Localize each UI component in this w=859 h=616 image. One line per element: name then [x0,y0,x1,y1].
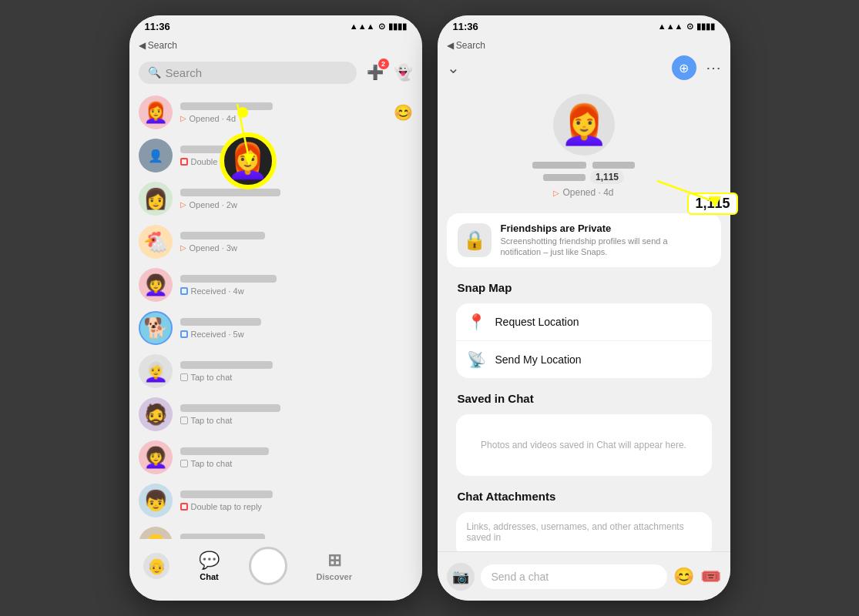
snap-arrow: ▷ [180,243,186,252]
avatar: 👦 [139,484,173,517]
more-options-icon[interactable]: ⋯ [706,59,721,77]
chat-indicator [180,417,188,424]
score-row: 1,115 [543,170,624,184]
profile-display-name [532,162,586,169]
snap-map-card: 📍 Request Location 📡 Send My Location [456,303,712,378]
chat-info: Tap to chat [180,447,413,468]
reply-indicator [180,503,188,511]
avatar: 🧔 [139,397,173,431]
chat-item[interactable]: 👦 Double tap to reply [129,479,422,522]
status-bar-right: 11:36 ▲▲▲ ⊙ ▮▮▮▮ [438,15,730,37]
privacy-card: 🔒 Friendships are Private Screenshotting… [447,213,721,267]
bitmoji-button[interactable]: ⊕ [672,55,696,80]
avatar-wrap: 👩‍🦰 [139,95,173,129]
chat-status: Double tap to reply [180,502,413,511]
chat-item[interactable]: 👩 ▷ Opened · 2w [129,177,422,220]
chat-info: ▷ Opened · 4d [180,102,413,123]
avatar-wrap: 👩‍🦳 [139,354,173,388]
chat-input-field[interactable]: Send a chat [481,564,667,589]
chat-item[interactable]: 👩‍🦱 Received · 4w [129,263,422,306]
chat-item[interactable]: 🧔 Tap to chat [129,393,422,436]
chat-status: Tap to chat [180,459,413,468]
avatar-wrap: 👩‍🦱 [139,268,173,302]
chat-item[interactable]: 👩‍🦰 ▷ Opened · 4d 😊 [129,91,422,134]
chat-info: Double tap to reply [180,146,413,166]
saved-chat-section: Saved in Chat Photos and videos saved in… [438,384,730,476]
avatar-wrap: 🐕 [139,311,173,345]
nav-profile[interactable]: 👴 [143,553,169,579]
chat-header: ◀ Search [129,37,422,57]
reply-indicator [180,158,188,166]
profile-header-top: ⌄ ⊕ ⋯ [447,54,721,82]
profile-header: ◀ Search ⌄ ⊕ ⋯ [438,37,730,88]
avatar: 👩‍🦱 [139,440,173,474]
avatar: 👩‍🦰 [139,95,173,129]
avatar: 👩 [139,182,173,216]
chat-info: ▷ Opened · 2w [180,189,413,209]
score-container: 1,115 [543,170,624,184]
snap-map-label: Snap Map [447,276,721,297]
avatar-wrap: 🧔 [139,397,173,431]
snap-arrow: ▷ [180,114,186,122]
chat-info: Tap to chat [180,361,413,382]
header-icons: ➕ 2 👻 [363,60,413,85]
score-value: 1,115 [590,170,624,184]
chat-status: Tap to chat [180,373,413,382]
chat-info: Double tap to reply [180,490,413,511]
profile-scroll-content[interactable]: 🔒 Friendships are Private Screenshotting… [438,207,730,601]
chat-name-bar [180,447,269,455]
profile-status-text: Opened · 4d [562,187,613,198]
add-friend-button[interactable]: ➕ 2 [363,60,388,85]
chat-icon: 💬 [199,551,220,571]
chat-info: Received · 5w [180,318,413,339]
score-highlight-badge: 1,115 [687,192,737,215]
sticker-button[interactable]: 🎟️ [700,567,721,587]
chat-item[interactable]: 👩‍🦳 Tap to chat [129,350,422,393]
bottom-nav: 👴 💬 Chat ⊞ Discover [129,539,422,601]
snap-arrow: ▷ [180,200,186,209]
received-indicator [180,287,188,295]
send-location-item[interactable]: 📡 Send My Location [456,341,712,378]
time-left: 11:36 [145,21,170,32]
camera-icon: 📷 [452,568,469,585]
status-arrow: ▷ [553,189,559,197]
back-label-right[interactable]: ◀ Search [447,40,721,51]
chat-item[interactable]: 🐕 Received · 5w [129,306,422,350]
chat-name-bar [180,232,265,239]
snap-map-section: Snap Map 📍 Request Location 📡 Send My Lo… [438,273,730,378]
chat-item[interactable]: 👩‍🦱 Tap to chat [129,436,422,479]
story-icon[interactable]: 👻 [394,63,413,82]
chat-item[interactable]: 👤 Double tap to reply [129,134,422,177]
friend-badge: 2 [378,59,389,69]
request-location-label: Request Location [495,316,579,328]
avatar-wrap: 👤 [139,139,173,172]
avatar-wrap: 👩‍🦱 [139,440,173,474]
privacy-desc: Screenshotting friendship profiles will … [501,236,710,258]
nav-chat[interactable]: 💬 Chat [199,551,220,581]
nav-camera-button[interactable] [249,547,287,585]
chat-status: Received · 5w [180,330,413,339]
chat-status: ▷ Opened · 4d [180,114,413,123]
bitmoji-icon: ⊕ [679,61,689,75]
chat-info: Tap to chat [180,404,413,425]
chat-attachments-label: Chat Attachments [447,485,721,506]
avatar-wrap: 👩 [139,182,173,216]
saved-chat-label: Saved in Chat [447,387,721,408]
avatar-wrap: 👦 [139,484,173,517]
send-location-label: Send My Location [495,353,582,366]
search-input-wrap[interactable]: 🔍 Search [139,62,357,84]
reaction-emoji: 😊 [394,103,413,122]
avatar: 👩‍🦳 [139,354,173,388]
chevron-down-icon[interactable]: ⌄ [447,59,460,77]
search-icon: 🔍 [148,66,161,79]
chat-item[interactable]: 🐔 ▷ Opened · 3w [129,220,422,263]
back-search-label[interactable]: ◀ Search [139,40,177,51]
nav-discover[interactable]: ⊞ Discover [316,551,351,581]
request-location-item[interactable]: 📍 Request Location [456,303,712,341]
status-icons-right: ▲▲▲ ⊙ ▮▮▮▮ [658,22,715,32]
chat-status: ▷ Opened · 2w [180,200,413,209]
chat-name-bar [180,361,273,369]
chat-info: ▷ Opened · 3w [180,232,413,253]
emoji-button[interactable]: 😊 [673,567,694,587]
camera-button[interactable]: 📷 [447,563,475,591]
